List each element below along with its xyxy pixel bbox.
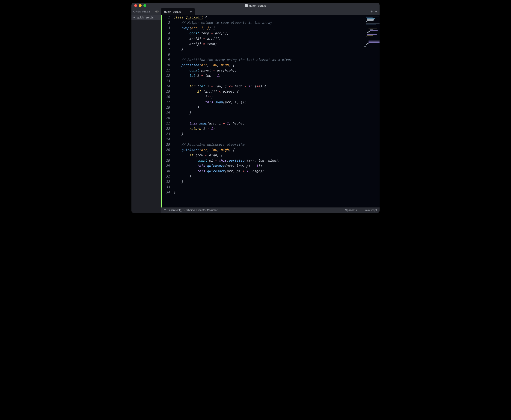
sidebar-item-label: quick_sort.js (137, 16, 154, 19)
prev-tab-icon[interactable] (155, 10, 157, 13)
code-editor[interactable]: 1234567891011121314151617181920212223242… (161, 15, 380, 208)
file-icon (245, 4, 248, 7)
modified-dot-icon (190, 11, 192, 12)
status-bar: eslint(e:1), tabnine, Line 35, Column 1 … (161, 208, 380, 213)
code-area[interactable]: class QuickSort { // Helper method to sw… (172, 15, 363, 208)
sidebar-item-quick-sort[interactable]: quick_sort.js (131, 15, 161, 20)
line-number-gutter: 1234567891011121314151617181920212223242… (162, 15, 172, 208)
minimize-icon[interactable] (139, 4, 142, 7)
titlebar[interactable]: quick_sort.js (131, 3, 380, 8)
maximize-icon[interactable] (143, 4, 146, 7)
sidebar-heading: OPEN FILES (133, 10, 150, 13)
tab-bar: quick_sort.js + (161, 8, 380, 15)
tab-quick-sort[interactable]: quick_sort.js (161, 8, 195, 15)
status-eslint[interactable]: eslint(e:1), tabnine, Line 35, Column 1 (169, 209, 219, 212)
modified-dot-icon (134, 17, 135, 18)
minimap[interactable] (363, 15, 380, 208)
tab-label: quick_sort.js (164, 10, 181, 13)
status-indent[interactable]: Spaces: 2 (345, 209, 357, 212)
panel-icon[interactable] (164, 209, 166, 211)
editor-window: quick_sort.js OPEN FILES quick_sort.js (131, 3, 380, 213)
window-title-text: quick_sort.js (249, 4, 266, 7)
sidebar: OPEN FILES quick_sort.js (131, 8, 161, 213)
new-tab-icon[interactable]: + (371, 10, 373, 13)
tab-menu-icon[interactable] (375, 11, 377, 12)
next-tab-icon[interactable] (158, 10, 159, 13)
refresh-icon (182, 209, 186, 212)
window-title: quick_sort.js (131, 4, 380, 7)
close-icon[interactable] (134, 4, 137, 7)
status-language[interactable]: JavaScript (364, 209, 377, 212)
